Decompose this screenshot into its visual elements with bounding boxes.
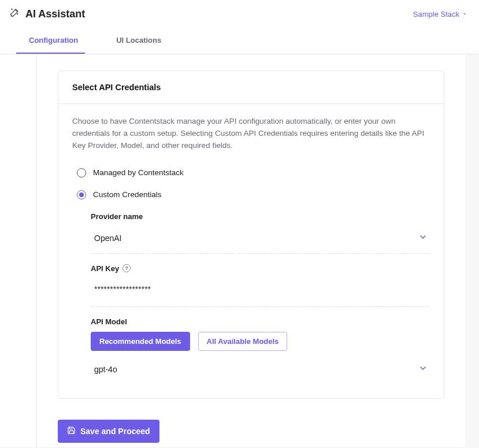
radio-icon <box>77 190 86 199</box>
model-field: API Model Recommended Models All Availab… <box>91 317 430 384</box>
radio-custom[interactable]: Custom Credentials <box>77 190 430 199</box>
caret-down-icon <box>462 11 467 17</box>
radio-icon <box>77 168 86 177</box>
apikey-label-text: API Key <box>91 264 119 273</box>
stack-label: Sample Stack <box>413 10 459 18</box>
chevron-down-icon <box>418 364 428 375</box>
tab-ui-locations[interactable]: UI Locations <box>103 28 168 54</box>
card-body: Choose to have Contentstack manage your … <box>58 104 444 398</box>
card-description: Choose to have Contentstack manage your … <box>72 116 430 152</box>
radio-label-managed: Managed by Contentstack <box>93 168 184 177</box>
page-title: AI Assistant <box>25 8 85 20</box>
save-button[interactable]: Save and Proceed <box>58 420 159 443</box>
provider-value: OpenAI <box>94 234 121 243</box>
content: Select API Credentials Choose to have Co… <box>37 54 465 447</box>
chevron-down-icon <box>418 232 428 244</box>
header-left: AI Assistant <box>9 8 85 20</box>
left-rail <box>0 54 37 447</box>
provider-label: Provider name <box>91 212 430 221</box>
radio-managed[interactable]: Managed by Contentstack <box>77 168 430 177</box>
custom-fields: Provider name OpenAI API Key ? <box>91 212 430 384</box>
credentials-card: Select API Credentials Choose to have Co… <box>58 71 444 399</box>
provider-field: Provider name OpenAI <box>91 212 430 254</box>
wand-icon <box>9 8 20 20</box>
footer: Save and Proceed <box>58 420 444 443</box>
model-label: API Model <box>91 317 430 326</box>
save-icon <box>67 426 76 436</box>
radio-label-custom: Custom Credentials <box>93 190 162 199</box>
tab-configuration[interactable]: Configuration <box>16 28 85 54</box>
apikey-label: API Key ? <box>91 264 430 273</box>
recommended-models-button[interactable]: Recommended Models <box>91 332 190 351</box>
tabs: Configuration UI Locations <box>0 28 479 54</box>
help-icon[interactable]: ? <box>122 264 131 272</box>
apikey-field: API Key ? ****************** <box>91 264 430 307</box>
card-title: Select API Credentials <box>72 83 430 92</box>
all-models-button[interactable]: All Available Models <box>198 332 288 351</box>
stack-selector[interactable]: Sample Stack <box>413 10 467 18</box>
app-header: AI Assistant Sample Stack <box>0 0 479 28</box>
provider-select[interactable]: OpenAI <box>91 223 430 254</box>
model-select[interactable]: gpt-4o <box>91 354 430 384</box>
apikey-value: ****************** <box>94 284 151 294</box>
model-filter-buttons: Recommended Models All Available Models <box>91 332 430 351</box>
card-header: Select API Credentials <box>58 71 444 104</box>
save-label: Save and Proceed <box>80 427 150 436</box>
model-value: gpt-4o <box>94 365 117 374</box>
apikey-input[interactable]: ****************** <box>91 275 430 307</box>
page-body: Select API Credentials Choose to have Co… <box>0 54 479 447</box>
